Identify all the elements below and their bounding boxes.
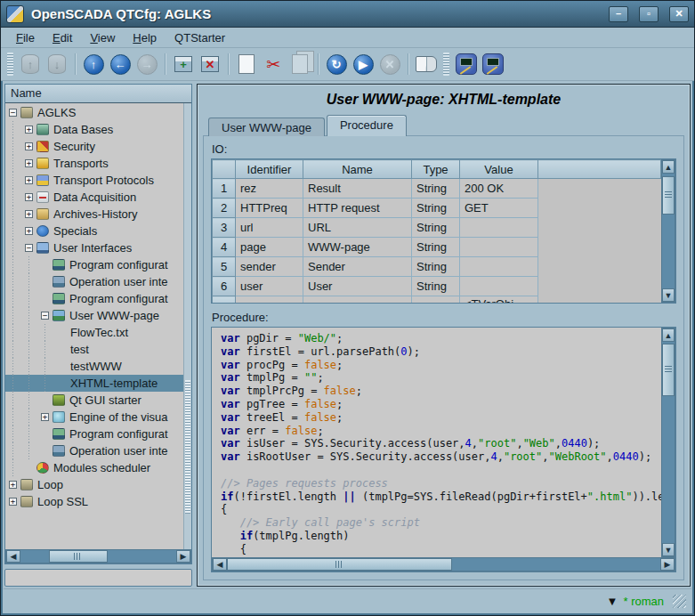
expand-icon[interactable]: + [25,126,33,134]
stop-button[interactable]: ✕ [377,52,402,77]
refresh-button[interactable]: ↻ [324,52,349,77]
qtstarter-tool-button[interactable] [481,52,505,77]
tree-item-operation-user-inte[interactable]: Operation user inte [5,273,183,290]
add-item-button[interactable]: + [171,52,196,77]
tree-item-modules-scheduler[interactable]: Modules scheduler [5,459,183,476]
tree-vertical-scrollbar[interactable] [183,103,191,549]
tree-item-data-acquisition[interactable]: +Data Acquisition [5,189,183,206]
tree-horizontal-scrollbar[interactable]: ◀ ▶ [5,549,191,563]
column-header-blank[interactable] [213,160,236,179]
io-row-5[interactable]: 5senderSenderString [213,257,661,277]
expand-icon[interactable]: + [25,142,33,150]
collapse-icon[interactable]: − [9,109,17,117]
tree-item-testwww[interactable]: testWWW [5,358,183,375]
tree-item-test[interactable]: test [5,341,183,358]
tree-item-data-bases[interactable]: +Data Bases [5,121,183,138]
delete-item-button[interactable]: ✕ [198,52,222,77]
expand-icon[interactable]: + [25,227,33,235]
tree-header[interactable]: Name [5,85,191,103]
previous-button[interactable]: ← [108,52,133,77]
scroll-down-icon[interactable]: ▼ [662,288,675,302]
menu-help[interactable]: Help [125,29,165,46]
tree-item-transports[interactable]: +Transports [5,155,183,172]
menu-view[interactable]: View [82,29,123,46]
code-hscroll-thumb[interactable] [227,558,452,571]
tree-item-user-www-page[interactable]: −User WWW-page [5,307,183,324]
column-header-value[interactable]: Value [460,160,538,179]
code-vertical-scrollbar[interactable]: ▲ ▼ [661,328,675,557]
column-header-identifier[interactable]: Identifier [236,160,303,179]
scroll-up-icon[interactable]: ▲ [662,160,675,174]
code-vscroll-thumb[interactable] [662,344,675,396]
expand-icon[interactable]: + [25,159,33,167]
tree-item-archives-history[interactable]: +Archives-History [5,206,183,223]
tree-item-engine-of-the-visua[interactable]: +Engine of the visua [5,409,183,426]
scroll-right-icon[interactable]: ▶ [176,550,190,563]
tree-item-loop[interactable]: +Loop [5,476,183,493]
tree-item-security[interactable]: +Security [5,138,183,155]
column-header-name[interactable]: Name [303,160,412,179]
title-bar[interactable]: OpenSCADA QTCfg: AGLKS – ▫ ✕ [1,1,694,28]
io-vertical-scrollbar[interactable]: ▲ ▼ [661,159,675,303]
load-button[interactable]: ↑ [18,52,43,77]
tree-item-flowtec-txt[interactable]: FlowTec.txt [5,324,183,341]
expand-icon[interactable]: + [9,498,17,506]
tree-item-program-configurat[interactable]: Program configurat [5,290,183,307]
tree-item-program-configurat[interactable]: Program configurat [5,426,183,442]
io-row-3[interactable]: 3urlURLString [213,218,661,238]
up-level-button[interactable]: ↑ [81,52,106,77]
scroll-right-icon[interactable]: ▶ [660,558,675,571]
tree-item-aglks[interactable]: −AGLKS [5,104,183,121]
io-row-4[interactable]: 4pageWWW-pageString [213,238,661,257]
tree-item-specials[interactable]: +Specials [5,223,183,239]
tree-item-xhtml-template[interactable]: XHTML-template [5,375,183,392]
maximize-button[interactable]: ▫ [639,6,659,22]
menu-file[interactable]: File [8,29,43,46]
collapse-icon[interactable]: − [41,312,49,320]
scroll-left-icon[interactable]: ◀ [213,558,227,571]
cut-item-button[interactable]: ✂ [261,52,286,77]
io-row-2[interactable]: 2HTTPreqHTTP requestStringGET [213,199,661,218]
io-row-partial[interactable]: <TVarObj [213,296,661,304]
collapse-icon[interactable]: − [25,244,33,252]
tree-item-qt-gui-starter[interactable]: Qt GUI starter [5,392,183,409]
paste-item-button[interactable] [287,52,312,77]
scroll-left-icon[interactable]: ◀ [6,550,20,563]
resize-grip[interactable] [673,595,686,608]
expand-icon[interactable]: + [25,176,33,184]
expand-icon[interactable]: + [25,210,33,218]
io-row-6[interactable]: 6userUserString [213,277,661,296]
messages-dropdown-icon[interactable]: ▼ [607,595,618,608]
tree-item-loop-ssl[interactable]: +Loop SSL [5,493,183,510]
tree-item-transport-protocols[interactable]: +Transport Protocols [5,172,183,189]
menu-qtstarter[interactable]: QTStarter [166,29,233,46]
tree-hscroll-thumb[interactable] [49,550,109,563]
expand-icon[interactable]: + [9,481,17,489]
manual-button[interactable] [414,52,439,77]
expand-icon[interactable]: + [41,413,49,421]
next-button[interactable]: → [134,52,159,77]
tree-item-program-configurat[interactable]: Program configurat [5,256,183,273]
tab-user-www-page[interactable]: User WWW-page [208,118,325,136]
column-header-blank[interactable] [538,160,661,179]
scroll-up-icon[interactable]: ▲ [662,328,675,342]
code-horizontal-scrollbar[interactable]: ◀ ▶ [212,557,675,571]
qtstarter-configurator-button[interactable] [454,52,479,77]
expand-icon[interactable]: + [25,193,33,201]
tree-item-user-interfaces[interactable]: −User Interfaces [5,239,183,256]
io-vscroll-thumb[interactable] [662,176,675,215]
io-table[interactable]: IdentifierNameTypeValue 1rezResultString… [212,159,661,303]
scroll-down-icon[interactable]: ▼ [662,543,675,556]
minimize-button[interactable]: – [609,6,628,22]
close-button[interactable]: ✕ [669,6,689,22]
copy-item-button[interactable] [234,52,259,77]
column-header-type[interactable]: Type [412,160,460,179]
tree-status-field[interactable] [4,569,192,587]
tree-item-operation-user-inte[interactable]: Operation user inte [5,442,183,459]
start-button[interactable]: ▶ [351,52,376,77]
io-row-1[interactable]: 1rezResultString200 OK [213,179,661,199]
menu-edit[interactable]: Edit [44,29,80,46]
procedure-editor[interactable]: var pgDir = "Web/";var firstEl = url.par… [212,328,661,557]
save-button[interactable]: ↓ [44,52,69,77]
tab-procedure[interactable]: Procedure [327,115,407,136]
